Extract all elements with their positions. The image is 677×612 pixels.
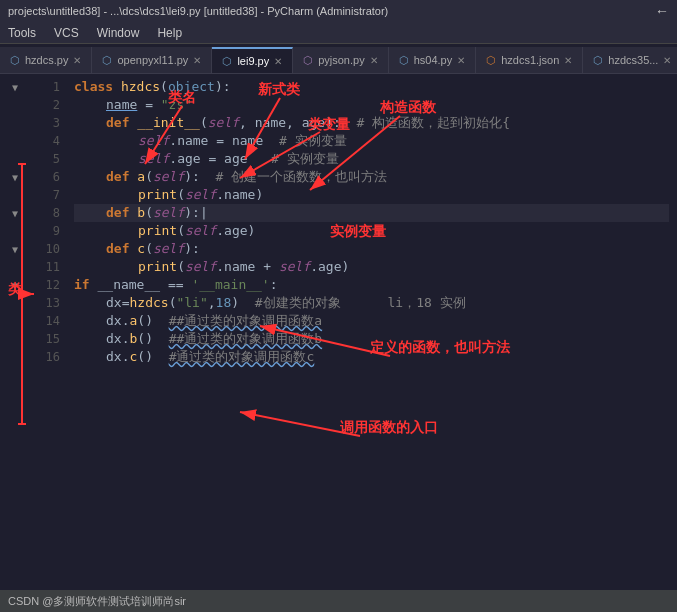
- gutter-blank-5: [8, 150, 22, 168]
- code-line-2: name = "zs": [74, 96, 669, 114]
- left-gutter: ▼ ▼ ▼ ▼ ▼: [0, 74, 30, 590]
- tab-close-openpyxl[interactable]: ✕: [193, 55, 201, 66]
- gutter-blank-2: [8, 96, 22, 114]
- tab-close-lei9[interactable]: ✕: [274, 56, 282, 67]
- menu-help[interactable]: Help: [153, 25, 186, 41]
- gutter-blank-13: [8, 294, 22, 312]
- tab-label-hzdcs35: hzdcs35...: [608, 54, 658, 66]
- code-line-14: dx.a() ##通过类的对象调用函数a: [74, 312, 669, 330]
- code-line-15: dx.b() ##通过类的对象调用函数b: [74, 330, 669, 348]
- tab-close-pyjson[interactable]: ✕: [370, 55, 378, 66]
- menu-tools[interactable]: Tools: [4, 25, 40, 41]
- gutter-fold-10[interactable]: ▼: [8, 240, 22, 258]
- tab-hs04[interactable]: ⬡ hs04.py ✕: [389, 47, 477, 73]
- tabs-bar: ⬡ hzdcs.py ✕ ⬡ openpyxl11.py ✕ ⬡ lei9.py…: [0, 44, 677, 74]
- code-line-7: print(self.name): [74, 186, 669, 204]
- gutter-blank-4: [8, 132, 22, 150]
- code-line-6: def a(self): # 创建一个函数数，也叫方法: [74, 168, 669, 186]
- status-text: CSDN @多测师软件测试培训师尚sir: [8, 594, 186, 609]
- code-line-12: if __name__ == '__main__':: [74, 276, 669, 294]
- close-icon[interactable]: ←: [655, 3, 669, 19]
- tab-icon-hzdcs: ⬡: [10, 54, 20, 67]
- code-line-9: print(self.age): [74, 222, 669, 240]
- tab-label-openpyxl: openpyxl11.py: [117, 54, 188, 66]
- tab-label-hs04: hs04.py: [414, 54, 453, 66]
- tab-label-hzdcs: hzdcs.py: [25, 54, 68, 66]
- menu-window[interactable]: Window: [93, 25, 144, 41]
- menu-vcs[interactable]: VCS: [50, 25, 83, 41]
- gutter-fold-6[interactable]: ▼: [8, 168, 22, 186]
- code-line-8: def b(self):|: [74, 204, 669, 222]
- tab-lei9[interactable]: ⬡ lei9.py ✕: [212, 47, 293, 73]
- gutter-fold-1[interactable]: ▼: [8, 78, 22, 96]
- line-numbers: 1 2 3 4 5 6 7 8 9 10 11 12 13 14 15 16: [30, 74, 66, 590]
- code-line-13: dx=hzdcs("li",18) #创建类的对象 li，18 实例: [74, 294, 669, 312]
- menu-bar: Tools VCS Window Help: [0, 22, 677, 44]
- gutter-blank-3: [8, 114, 22, 132]
- tab-label-lei9: lei9.py: [237, 55, 269, 67]
- tab-close-hzdcs[interactable]: ✕: [73, 55, 81, 66]
- tab-pyjson[interactable]: ⬡ pyjson.py ✕: [293, 47, 388, 73]
- gutter-fold-8[interactable]: ▼: [8, 204, 22, 222]
- gutter-blank-16: [8, 348, 22, 366]
- tab-icon-hzdcs35: ⬡: [593, 54, 603, 67]
- tab-icon-hs04: ⬡: [399, 54, 409, 67]
- gutter-blank-11: [8, 258, 22, 276]
- title-bar: projects\untitled38] - ...\dcs\dcs1\lei9…: [0, 0, 677, 22]
- gutter-fold-12[interactable]: ▼: [8, 276, 22, 294]
- tab-openpyxl[interactable]: ⬡ openpyxl11.py ✕: [92, 47, 212, 73]
- tab-icon-pyjson: ⬡: [303, 54, 313, 67]
- code-line-4: self.name = name # 实例变量: [74, 132, 669, 150]
- code-line-5: self.age = age # 实例变量: [74, 150, 669, 168]
- tab-close-hzdcs35[interactable]: ✕: [663, 55, 671, 66]
- code-line-1: class hzdcs(object):: [74, 78, 669, 96]
- tab-hzdcs35[interactable]: ⬡ hzdcs35... ✕: [583, 47, 677, 73]
- code-line-3: def __init__(self, name, age): # 构造函数，起到…: [74, 114, 669, 132]
- gutter-blank-14: [8, 312, 22, 330]
- status-bar: CSDN @多测师软件测试培训师尚sir: [0, 590, 677, 612]
- gutter-blank-7: [8, 186, 22, 204]
- title-text: projects\untitled38] - ...\dcs\dcs1\lei9…: [8, 5, 388, 17]
- code-line-11: print(self.name + self.age): [74, 258, 669, 276]
- tab-icon-lei9: ⬡: [222, 55, 232, 68]
- gutter-blank-15: [8, 330, 22, 348]
- code-line-10: def c(self):: [74, 240, 669, 258]
- editor-area: ▼ ▼ ▼ ▼ ▼ 1 2 3 4 5 6 7 8 9 10 11 12 13 …: [0, 74, 677, 590]
- tab-label-pyjson: pyjson.py: [318, 54, 364, 66]
- tab-close-hzdcs1json[interactable]: ✕: [564, 55, 572, 66]
- tab-hzdcs1json[interactable]: ⬡ hzdcs1.json ✕: [476, 47, 583, 73]
- tab-icon-hzdcs1json: ⬡: [486, 54, 496, 67]
- tab-label-hzdcs1json: hzdcs1.json: [501, 54, 559, 66]
- code-line-16: dx.c() #通过类的对象调用函数c: [74, 348, 669, 366]
- tab-hzdcs[interactable]: ⬡ hzdcs.py ✕: [0, 47, 92, 73]
- tab-close-hs04[interactable]: ✕: [457, 55, 465, 66]
- tab-icon-openpyxl: ⬡: [102, 54, 112, 67]
- gutter-blank-9: [8, 222, 22, 240]
- code-editor[interactable]: class hzdcs(object): name = "zs" def __i…: [66, 74, 677, 590]
